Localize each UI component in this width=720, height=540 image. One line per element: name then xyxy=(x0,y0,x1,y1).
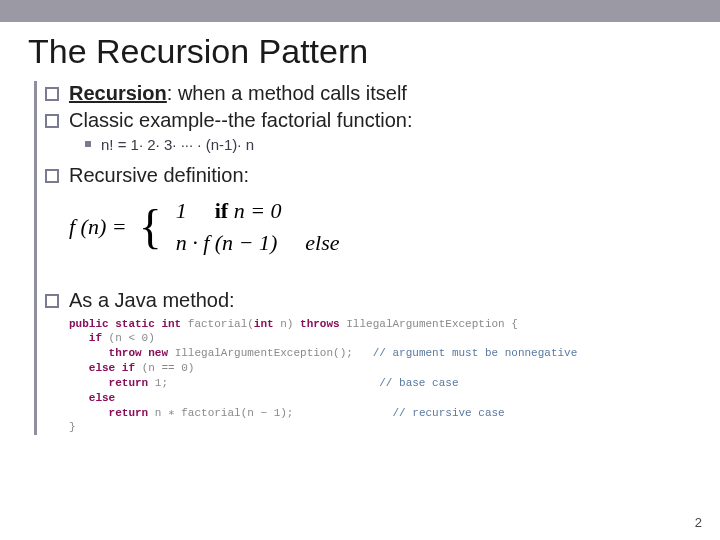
brace-icon: { xyxy=(139,203,162,251)
bullet-recursion: Recursion: when a method calls itself xyxy=(45,81,692,106)
slide-body: The Recursion Pattern Recursion: when a … xyxy=(0,22,720,435)
slide-title: The Recursion Pattern xyxy=(28,32,692,71)
bullet-java-text: As a Java method: xyxy=(69,288,235,313)
square-bullet-icon xyxy=(45,114,59,128)
subbullet-factorial-expansion: n! = 1· 2· 3· ··· · (n-1)· n xyxy=(85,135,692,155)
formula-row2-else: else xyxy=(305,230,339,255)
piecewise-formula: f (n) = { 1 if n = 0 n · f (n − 1) else xyxy=(69,198,692,256)
formula-row1-if: if xyxy=(215,198,234,223)
subbullet-text: n! = 1· 2· 3· ··· · (n-1)· n xyxy=(101,135,254,155)
page-number: 2 xyxy=(695,515,702,530)
square-bullet-icon xyxy=(45,294,59,308)
formula-row1-expr: n = 0 xyxy=(234,198,282,223)
accent-bar xyxy=(34,81,37,435)
bullet-recursion-term: Recursion xyxy=(69,82,167,104)
bullet-classic-text: Classic example--the factorial function: xyxy=(69,108,412,133)
title-bar-placeholder xyxy=(0,0,720,22)
bullet-recursive-definition: Recursive definition: xyxy=(45,163,692,188)
content-row: Recursion: when a method calls itself Cl… xyxy=(34,81,692,435)
formula-lhs: f (n) = xyxy=(69,214,127,240)
bullet-java-method: As a Java method: xyxy=(45,288,692,313)
formula-row1-value: 1 xyxy=(176,198,187,224)
content-col: Recursion: when a method calls itself Cl… xyxy=(45,81,692,435)
square-bullet-icon xyxy=(45,169,59,183)
bullet-recursion-rest: : when a method calls itself xyxy=(167,82,407,104)
small-square-bullet-icon xyxy=(85,141,91,147)
bullet-classic-example: Classic example--the factorial function: xyxy=(45,108,692,133)
formula-row2-value: n · f (n − 1) xyxy=(176,230,278,256)
bullet-recursive-text: Recursive definition: xyxy=(69,163,249,188)
java-code-block: public static int factorial(int n) throw… xyxy=(69,317,692,436)
square-bullet-icon xyxy=(45,87,59,101)
